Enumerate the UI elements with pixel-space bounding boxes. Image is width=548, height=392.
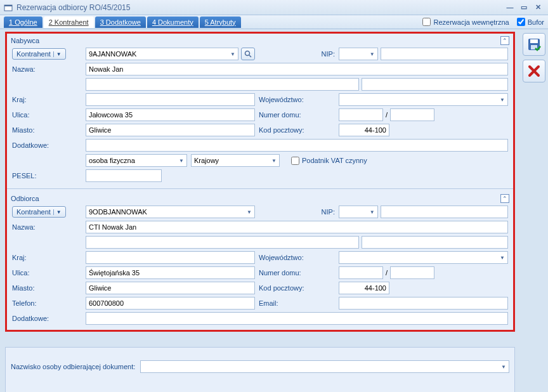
odbiorca-kraj-input[interactable] [86, 251, 255, 264]
osoba-odbierajaca-combo[interactable]: ▼ [140, 360, 509, 373]
odbiorca-kod-combo[interactable]: 9ODBJANNOWAK ▼ [86, 206, 255, 218]
email-label: Email: [259, 299, 335, 307]
nabywca-nip-prefix-combo[interactable]: ▼ [339, 48, 378, 60]
nabywca-ulica-input[interactable] [86, 108, 255, 121]
nabywca-typ-kraj-combo[interactable]: Krajowy▼ [191, 154, 280, 167]
dodatkowe-label: Dodatkowe: [12, 141, 82, 149]
nabywca-kod-combo[interactable]: 9AJANNOWAK ▼ [86, 48, 238, 60]
close-icon [528, 65, 540, 77]
nabywca-kontrahent-button[interactable]: Kontrahent ▼ [12, 48, 66, 60]
tab-bar: 1 Ogólne 2 Kontrahent 3 Dodatkowe 4 Doku… [0, 15, 548, 29]
chevron-down-icon[interactable]: ▼ [499, 97, 506, 103]
nabywca-nazwa3-input[interactable] [362, 78, 508, 91]
save-button[interactable] [523, 33, 545, 56]
nabywca-title: Nabywca [11, 37, 500, 44]
pesel-label: PESEL: [12, 172, 82, 180]
nr-domu-label: Numer domu: [259, 111, 335, 119]
nip-label: NIP: [259, 208, 335, 216]
telefon-label: Telefon: [12, 299, 82, 307]
window-title: Rezerwacja odbiorcy RO/45/2015 [16, 3, 502, 12]
nazwa-label: Nazwa: [12, 223, 82, 231]
nabywca-nrdomu2-input[interactable] [390, 108, 434, 121]
chevron-down-icon[interactable]: ▼ [369, 51, 376, 57]
minimize-button[interactable]: — [504, 3, 516, 12]
odbiorca-nazwa-input[interactable] [86, 221, 508, 233]
nabywca-search-button[interactable] [241, 48, 255, 60]
odbiorca-dodatkowe-input[interactable] [86, 312, 508, 325]
nabywca-pesel-input[interactable] [86, 169, 162, 182]
bottom-panel: Nazwisko osoby odbierającej dokument: ▼ [5, 347, 515, 392]
odbiorca-nip-prefix-combo[interactable]: ▼ [339, 206, 378, 218]
app-icon [4, 3, 13, 12]
nabywca-nazwa2-input[interactable] [86, 78, 359, 91]
svg-line-3 [249, 55, 251, 57]
nabywca-typ-osoby-combo[interactable]: osoba fizyczna▼ [86, 154, 187, 167]
kod-poczt-label: Kod pocztowy: [259, 284, 335, 292]
nabywca-dodatkowe-input[interactable] [86, 139, 508, 152]
chevron-down-icon[interactable]: ▼ [500, 364, 507, 370]
svg-rect-1 [4, 5, 12, 6]
chevron-down-icon[interactable]: ▼ [53, 209, 62, 215]
nabywca-nrdomu1-input[interactable] [339, 108, 383, 121]
nabywca-nip-input[interactable] [381, 48, 508, 60]
odbiorca-kontrahent-button[interactable]: Kontrahent ▼ [12, 206, 66, 218]
kraj-label: Kraj: [12, 96, 82, 103]
nabywca-nazwa-input[interactable] [86, 63, 508, 75]
side-toolbar [520, 29, 548, 392]
odbiorca-nazwa2-input[interactable] [86, 236, 359, 249]
odbiorca-nip-input[interactable] [381, 206, 508, 218]
maximize-button[interactable]: ▭ [518, 3, 530, 12]
chevron-down-icon[interactable]: ▼ [53, 51, 62, 57]
odbiorca-nrdomu2-input[interactable] [390, 266, 434, 279]
kontrahent-btn-label: Kontrahent [16, 50, 51, 58]
nazwa-label: Nazwa: [12, 65, 82, 73]
search-icon [244, 50, 252, 58]
tab-dodatkowe[interactable]: 3 Dodatkowe [95, 16, 146, 28]
nabywca-woj-combo[interactable]: ▼ [339, 93, 508, 106]
chevron-down-icon[interactable]: ▼ [178, 158, 185, 164]
woj-label: Województwo: [259, 96, 335, 103]
nabywca-collapse-icon[interactable]: ⌃ [500, 36, 509, 45]
odbiorca-kodpoczt-input[interactable] [339, 282, 389, 294]
odbiorca-title: Odbiorca [11, 195, 500, 202]
nabywca-kodpoczt-input[interactable] [339, 124, 389, 136]
bufor-checkbox[interactable]: Bufor [517, 18, 544, 26]
odbiorca-nazwa3-input[interactable] [362, 236, 508, 249]
odbiorca-miasto-input[interactable] [86, 282, 255, 294]
close-window-button[interactable]: ✕ [532, 3, 544, 12]
osoba-odbierajaca-label: Nazwisko osoby odbierającej dokument: [11, 363, 135, 370]
ulica-label: Ulica: [12, 269, 82, 277]
nr-domu-label: Numer domu: [259, 269, 335, 277]
chevron-down-icon[interactable]: ▼ [369, 209, 376, 215]
nabywca-kraj-input[interactable] [86, 93, 255, 106]
miasto-label: Miasto: [12, 126, 82, 134]
kraj-label: Kraj: [12, 254, 82, 261]
nip-label: NIP: [259, 50, 335, 58]
tab-dokumenty[interactable]: 4 Dokumenty [147, 16, 199, 28]
titlebar: Rezerwacja odbiorcy RO/45/2015 — ▭ ✕ [0, 0, 548, 15]
odbiorca-telefon-input[interactable] [86, 297, 255, 310]
vat-czynny-checkbox[interactable]: Podatnik VAT czynny [291, 157, 367, 165]
save-icon [527, 37, 541, 51]
rezerwacja-wewnetrzna-checkbox[interactable]: Rezerwacja wewnętrzna [422, 18, 509, 26]
odbiorca-collapse-icon[interactable]: ⌃ [500, 194, 509, 203]
svg-rect-5 [530, 39, 538, 43]
ulica-label: Ulica: [12, 111, 82, 119]
nabywca-miasto-input[interactable] [86, 124, 255, 136]
woj-label: Województwo: [259, 254, 335, 261]
odbiorca-email-input[interactable] [339, 297, 508, 310]
tab-kontrahent[interactable]: 2 Kontrahent [44, 16, 94, 28]
odbiorca-ulica-input[interactable] [86, 266, 255, 279]
cancel-button[interactable] [523, 60, 545, 82]
chevron-down-icon[interactable]: ▼ [245, 209, 253, 215]
odbiorca-woj-combo[interactable]: ▼ [339, 251, 508, 264]
nabywca-kod-value: 9AJANNOWAK [89, 50, 136, 58]
chevron-down-icon[interactable]: ▼ [270, 158, 278, 164]
chevron-down-icon[interactable]: ▼ [229, 51, 237, 57]
odbiorca-nrdomu1-input[interactable] [339, 266, 383, 279]
tab-ogolne[interactable]: 1 Ogólne [4, 16, 42, 28]
nabywca-panel: Nabywca ⌃ Kontrahent ▼ 9AJANNOWAK ▼ [5, 32, 515, 332]
chevron-down-icon[interactable]: ▼ [499, 255, 506, 261]
tab-atrybuty[interactable]: 5 Atrybuty [200, 16, 241, 28]
rezerwacja-label: Rezerwacja wewnętrzna [433, 18, 509, 26]
